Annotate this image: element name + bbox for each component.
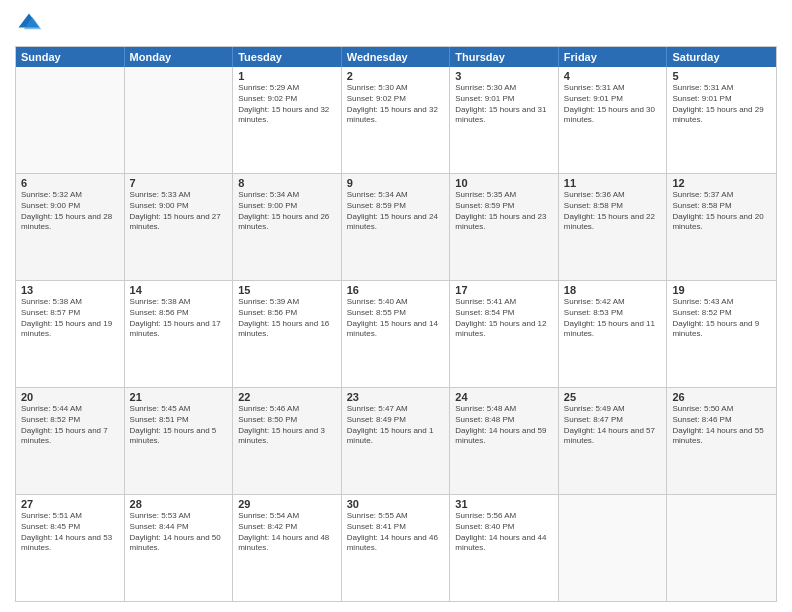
cell-info: Sunrise: 5:53 AM Sunset: 8:44 PM Dayligh… [130,511,228,554]
day-number: 20 [21,391,119,403]
calendar-cell: 6Sunrise: 5:32 AM Sunset: 9:00 PM Daylig… [16,174,125,280]
day-number: 15 [238,284,336,296]
day-number: 19 [672,284,771,296]
calendar-cell: 8Sunrise: 5:34 AM Sunset: 9:00 PM Daylig… [233,174,342,280]
day-number: 3 [455,70,553,82]
calendar-cell: 1Sunrise: 5:29 AM Sunset: 9:02 PM Daylig… [233,67,342,173]
calendar-cell: 31Sunrise: 5:56 AM Sunset: 8:40 PM Dayli… [450,495,559,601]
calendar-cell: 7Sunrise: 5:33 AM Sunset: 9:00 PM Daylig… [125,174,234,280]
calendar: SundayMondayTuesdayWednesdayThursdayFrid… [15,46,777,602]
calendar-cell: 12Sunrise: 5:37 AM Sunset: 8:58 PM Dayli… [667,174,776,280]
day-number: 13 [21,284,119,296]
calendar-cell: 5Sunrise: 5:31 AM Sunset: 9:01 PM Daylig… [667,67,776,173]
cell-info: Sunrise: 5:46 AM Sunset: 8:50 PM Dayligh… [238,404,336,447]
calendar-cell: 4Sunrise: 5:31 AM Sunset: 9:01 PM Daylig… [559,67,668,173]
day-number: 5 [672,70,771,82]
header [15,10,777,38]
day-number: 27 [21,498,119,510]
calendar-cell: 2Sunrise: 5:30 AM Sunset: 9:02 PM Daylig… [342,67,451,173]
calendar-cell: 22Sunrise: 5:46 AM Sunset: 8:50 PM Dayli… [233,388,342,494]
cell-info: Sunrise: 5:47 AM Sunset: 8:49 PM Dayligh… [347,404,445,447]
calendar-cell: 27Sunrise: 5:51 AM Sunset: 8:45 PM Dayli… [16,495,125,601]
calendar-cell: 26Sunrise: 5:50 AM Sunset: 8:46 PM Dayli… [667,388,776,494]
calendar-cell: 16Sunrise: 5:40 AM Sunset: 8:55 PM Dayli… [342,281,451,387]
day-number: 25 [564,391,662,403]
day-number: 12 [672,177,771,189]
day-number: 4 [564,70,662,82]
calendar-cell: 18Sunrise: 5:42 AM Sunset: 8:53 PM Dayli… [559,281,668,387]
cell-info: Sunrise: 5:49 AM Sunset: 8:47 PM Dayligh… [564,404,662,447]
calendar-cell [125,67,234,173]
logo-icon [15,10,43,38]
calendar-cell: 21Sunrise: 5:45 AM Sunset: 8:51 PM Dayli… [125,388,234,494]
logo [15,10,47,38]
cell-info: Sunrise: 5:38 AM Sunset: 8:56 PM Dayligh… [130,297,228,340]
calendar-cell: 19Sunrise: 5:43 AM Sunset: 8:52 PM Dayli… [667,281,776,387]
cell-info: Sunrise: 5:45 AM Sunset: 8:51 PM Dayligh… [130,404,228,447]
cell-info: Sunrise: 5:54 AM Sunset: 8:42 PM Dayligh… [238,511,336,554]
calendar-cell: 3Sunrise: 5:30 AM Sunset: 9:01 PM Daylig… [450,67,559,173]
calendar-cell: 13Sunrise: 5:38 AM Sunset: 8:57 PM Dayli… [16,281,125,387]
cell-info: Sunrise: 5:31 AM Sunset: 9:01 PM Dayligh… [672,83,771,126]
calendar-cell: 15Sunrise: 5:39 AM Sunset: 8:56 PM Dayli… [233,281,342,387]
day-number: 14 [130,284,228,296]
day-number: 30 [347,498,445,510]
cell-info: Sunrise: 5:37 AM Sunset: 8:58 PM Dayligh… [672,190,771,233]
cell-info: Sunrise: 5:55 AM Sunset: 8:41 PM Dayligh… [347,511,445,554]
day-number: 17 [455,284,553,296]
cell-info: Sunrise: 5:48 AM Sunset: 8:48 PM Dayligh… [455,404,553,447]
calendar-cell: 20Sunrise: 5:44 AM Sunset: 8:52 PM Dayli… [16,388,125,494]
calendar-cell [667,495,776,601]
day-number: 1 [238,70,336,82]
cell-info: Sunrise: 5:51 AM Sunset: 8:45 PM Dayligh… [21,511,119,554]
cell-info: Sunrise: 5:39 AM Sunset: 8:56 PM Dayligh… [238,297,336,340]
day-number: 11 [564,177,662,189]
calendar-cell: 14Sunrise: 5:38 AM Sunset: 8:56 PM Dayli… [125,281,234,387]
day-number: 26 [672,391,771,403]
calendar-row-0: 1Sunrise: 5:29 AM Sunset: 9:02 PM Daylig… [16,67,776,173]
calendar-cell: 24Sunrise: 5:48 AM Sunset: 8:48 PM Dayli… [450,388,559,494]
calendar-cell [559,495,668,601]
day-number: 10 [455,177,553,189]
calendar-row-2: 13Sunrise: 5:38 AM Sunset: 8:57 PM Dayli… [16,280,776,387]
day-number: 8 [238,177,336,189]
day-number: 6 [21,177,119,189]
header-day-saturday: Saturday [667,47,776,67]
cell-info: Sunrise: 5:42 AM Sunset: 8:53 PM Dayligh… [564,297,662,340]
day-number: 22 [238,391,336,403]
calendar-cell: 30Sunrise: 5:55 AM Sunset: 8:41 PM Dayli… [342,495,451,601]
day-number: 29 [238,498,336,510]
day-number: 2 [347,70,445,82]
cell-info: Sunrise: 5:31 AM Sunset: 9:01 PM Dayligh… [564,83,662,126]
cell-info: Sunrise: 5:36 AM Sunset: 8:58 PM Dayligh… [564,190,662,233]
cell-info: Sunrise: 5:35 AM Sunset: 8:59 PM Dayligh… [455,190,553,233]
calendar-cell: 17Sunrise: 5:41 AM Sunset: 8:54 PM Dayli… [450,281,559,387]
cell-info: Sunrise: 5:30 AM Sunset: 9:02 PM Dayligh… [347,83,445,126]
header-day-sunday: Sunday [16,47,125,67]
calendar-cell: 28Sunrise: 5:53 AM Sunset: 8:44 PM Dayli… [125,495,234,601]
day-number: 7 [130,177,228,189]
day-number: 28 [130,498,228,510]
cell-info: Sunrise: 5:34 AM Sunset: 9:00 PM Dayligh… [238,190,336,233]
day-number: 23 [347,391,445,403]
cell-info: Sunrise: 5:33 AM Sunset: 9:00 PM Dayligh… [130,190,228,233]
cell-info: Sunrise: 5:40 AM Sunset: 8:55 PM Dayligh… [347,297,445,340]
cell-info: Sunrise: 5:34 AM Sunset: 8:59 PM Dayligh… [347,190,445,233]
cell-info: Sunrise: 5:30 AM Sunset: 9:01 PM Dayligh… [455,83,553,126]
cell-info: Sunrise: 5:32 AM Sunset: 9:00 PM Dayligh… [21,190,119,233]
cell-info: Sunrise: 5:41 AM Sunset: 8:54 PM Dayligh… [455,297,553,340]
calendar-row-4: 27Sunrise: 5:51 AM Sunset: 8:45 PM Dayli… [16,494,776,601]
day-number: 24 [455,391,553,403]
calendar-cell: 25Sunrise: 5:49 AM Sunset: 8:47 PM Dayli… [559,388,668,494]
day-number: 31 [455,498,553,510]
calendar-row-1: 6Sunrise: 5:32 AM Sunset: 9:00 PM Daylig… [16,173,776,280]
cell-info: Sunrise: 5:29 AM Sunset: 9:02 PM Dayligh… [238,83,336,126]
header-day-friday: Friday [559,47,668,67]
header-day-monday: Monday [125,47,234,67]
calendar-body: 1Sunrise: 5:29 AM Sunset: 9:02 PM Daylig… [16,67,776,601]
calendar-row-3: 20Sunrise: 5:44 AM Sunset: 8:52 PM Dayli… [16,387,776,494]
cell-info: Sunrise: 5:44 AM Sunset: 8:52 PM Dayligh… [21,404,119,447]
calendar-cell: 10Sunrise: 5:35 AM Sunset: 8:59 PM Dayli… [450,174,559,280]
calendar-cell: 23Sunrise: 5:47 AM Sunset: 8:49 PM Dayli… [342,388,451,494]
header-day-tuesday: Tuesday [233,47,342,67]
